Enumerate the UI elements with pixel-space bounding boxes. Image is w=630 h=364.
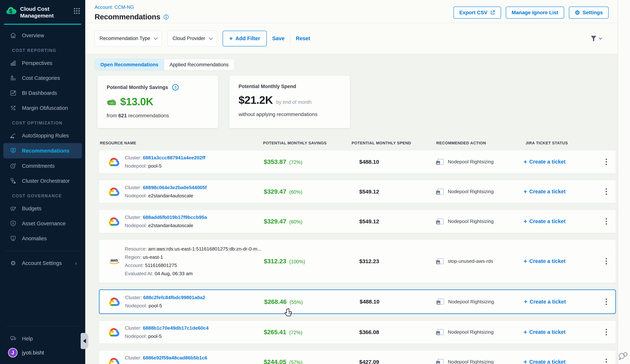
save-filter-button[interactable]: Save [272,35,285,41]
savings-card-title: Potential Monthly Savings [107,85,168,90]
rightsizing-icon [436,217,444,225]
info-icon[interactable] [163,14,169,20]
resource-link[interactable]: 688c2fefc84fbdc99801a0a2 [143,295,205,300]
resource-value: pool-5 [148,363,162,364]
chevron-right-icon: › [75,260,82,266]
table-row[interactable]: aws Cluster: 6886e92f59a48cad86b5b1c6Nod… [99,350,616,364]
recommendations-icon [9,148,17,154]
logo-block: $ Cloud Cost Management [0,0,85,19]
kebab-menu-icon[interactable] [604,157,609,167]
add-filter-button[interactable]: + Add Filter [222,31,267,46]
sidebar: $ Cloud Cost Management Overview COST R [0,0,85,364]
app-title: Cloud Cost Management [20,5,62,19]
gcp-logo-icon [109,297,120,306]
create-ticket-link[interactable]: + Create a ticket [524,329,566,336]
spend-note: by end of month [276,99,312,105]
sidebar-divider [6,251,80,251]
create-ticket-link[interactable]: + Create a ticket [524,258,566,265]
sidebar-item-autostopping-rules[interactable]: AutoStopping Rules [0,128,85,143]
gcp-logo-icon [108,357,120,364]
resource-link[interactable]: 6881a3ccc887941a4ee202ff [143,155,206,161]
sidebar-collapse-button[interactable] [81,333,88,349]
potential-monthly-spend-card: Potential Monthly Spend $21.2K by end of… [230,76,350,128]
filter-panel-toggle[interactable] [590,35,602,42]
resource-value: 511616801275 [145,263,177,268]
recommended-action-cell: Nodepool Rightsizing [436,328,521,336]
recommended-action-cell: Nodepool Rightsizing [436,298,521,306]
sidebar-item-anomalies[interactable]: Anomalies [0,231,85,246]
table-row[interactable]: aws Cluster: 6888b1c70e49db17c1de60c4Nod… [99,321,616,344]
create-ticket-link[interactable]: + Create a ticket [524,159,566,165]
section-cost-reporting: COST REPORTING [0,43,85,56]
sidebar-item-commitments[interactable]: Commitments [0,159,85,174]
sidebar-item-recommendations[interactable]: Recommendations [3,143,82,159]
sidebar-item-account-settings[interactable]: ⚙ Account Settings › [0,256,85,271]
table-row[interactable]: aws Resource: arn:aws:rds:us-east-1:5116… [99,240,616,283]
create-ticket-link[interactable]: + Create a ticket [524,298,566,305]
collapse-arrow-icon [83,339,86,343]
table-row[interactable]: aws Cluster: 68898c064e3e2ba0e544005fNod… [99,180,616,203]
row-menu-cell [597,357,616,364]
recommended-action-cell: stop-unused-aws-rds [436,257,521,265]
reset-filter-button[interactable]: Reset [296,35,310,41]
tab-applied-recommendations[interactable]: Applied Recommendations [164,59,234,70]
sidebar-item-asset-governance[interactable]: $ Asset Governance [0,216,85,231]
create-ticket-link[interactable]: + Create a ticket [524,218,566,225]
tab-open-recommendations[interactable]: Open Recommendations [95,59,164,70]
kebab-menu-icon[interactable] [604,297,609,307]
resource-link[interactable]: 68898c064e3e2ba0e544005f [143,185,207,190]
create-ticket-link[interactable]: + Create a ticket [524,359,566,364]
sidebar-item-budgets[interactable]: $ Budgets [0,201,85,216]
user-profile[interactable]: J jyoti.bisht [0,346,85,364]
svg-text:?: ? [174,86,176,90]
resource-lines: Cluster: 6886e92f59a48cad86b5b1c6Nodepoo… [125,354,207,364]
help-chat-icon: ? [9,335,17,342]
chat-widget-icon[interactable] [618,351,628,361]
sidebar-item-margin-obfuscation[interactable]: Margin Obfuscation [0,101,85,116]
manage-ignore-list-button[interactable]: Manage Ignore List [506,6,564,19]
table-header: RESOURCE NAME POTENTIAL MONTHLY SAVINGS … [100,141,616,146]
question-icon[interactable]: ? [172,84,179,91]
kebab-menu-icon[interactable] [604,357,609,364]
kebab-menu-icon[interactable] [604,327,609,337]
resource-link[interactable]: 6888b1c70e49db17c1de60c4 [143,325,209,331]
sidebar-item-cost-categories[interactable]: Cost Categories [0,71,85,86]
resource-link[interactable]: 688add6fb019b17f9bccb95a [143,214,207,220]
app-root: $ Cloud Cost Management Overview COST R [0,0,630,364]
external-link-icon [490,10,495,15]
sidebar-item-cluster-orchestrator[interactable]: Cluster Orchestrator [0,174,85,188]
kebab-menu-icon[interactable] [604,256,609,266]
recommended-action-label: Nodepool Rightsizing [448,189,494,194]
table-row[interactable]: aws Cluster: 6881a3ccc887941a4ee202ffNod… [99,150,616,174]
page-title: Recommendations [94,13,160,21]
breadcrumb-account-link[interactable]: Account: CCM-NG [94,4,169,10]
content-area: Open Recommendations Applied Recommendat… [85,54,618,364]
savings-value: $265.41 [264,329,286,336]
sidebar-item-perspectives[interactable]: Perspectives [0,56,85,71]
sidebar-item-bi-dashboards[interactable]: BI Dashboards [0,86,85,101]
resource-link[interactable]: 6886e92f59a48cad86b5b1c6 [143,355,207,361]
aws-logo-icon: aws [108,257,120,265]
resource-label: Resource: [125,246,148,252]
settings-button[interactable]: ⚙ Settings [569,6,608,19]
create-ticket-link[interactable]: + Create a ticket [524,188,566,195]
export-csv-button[interactable]: Export CSV [454,6,501,19]
kebab-menu-icon[interactable] [604,216,609,226]
table-row[interactable]: aws Cluster: 688c2fefc84fbdc99801a0a2Nod… [99,289,616,314]
recommendation-type-dropdown[interactable]: Recommendation Type [94,31,162,46]
table-row[interactable]: aws Cluster: 688add6fb019b17f9bccb95aNod… [99,210,616,233]
svg-text:$: $ [9,8,12,14]
sidebar-item-help[interactable]: ? Help [0,331,85,346]
kebab-menu-icon[interactable] [604,186,609,197]
spend-value: $488.10 [352,299,436,305]
savings-cell: $244.05 (57%) [264,358,352,364]
cloud-provider-dropdown[interactable]: Cloud Provider [168,31,217,46]
recommended-action-label: Nodepool Rightsizing [448,218,494,224]
plus-icon: + [524,159,527,165]
module-grid-icon[interactable] [73,7,80,15]
scrollbar-gutter[interactable] [618,0,630,364]
user-name: jyoti.bisht [22,350,44,356]
col-recommended-action: RECOMMENDED ACTION [436,141,526,146]
resource-lines: Cluster: 68898c064e3e2ba0e544005fNodepoo… [125,183,207,200]
sidebar-item-overview[interactable]: Overview [0,28,85,43]
